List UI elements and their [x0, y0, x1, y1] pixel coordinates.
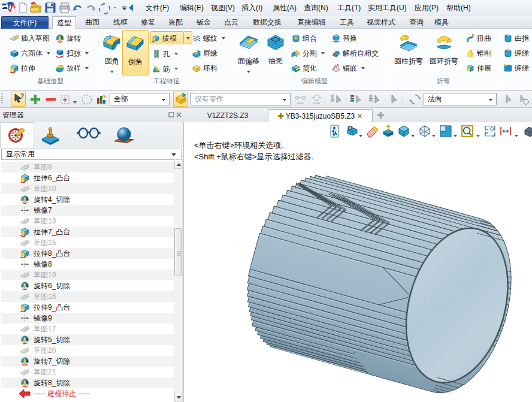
- svg-text:?: ?: [20, 93, 24, 99]
- svg-text:OFF: OFF: [313, 101, 320, 105]
- svg-text:OFF: OFF: [297, 101, 304, 105]
